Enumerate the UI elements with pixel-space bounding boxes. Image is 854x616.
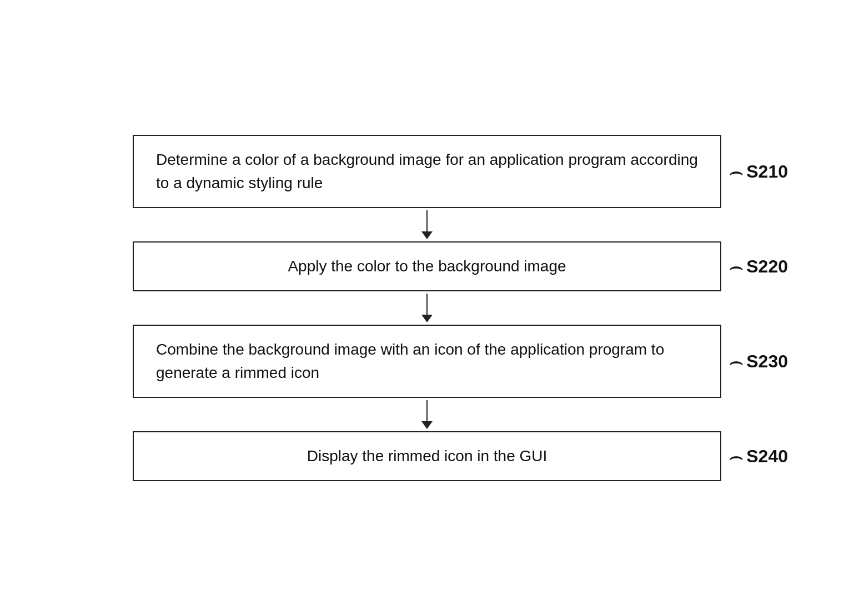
arrow-head-3 (421, 421, 433, 429)
step-label-text-s230: S230 (746, 351, 788, 372)
step-text-s230-line1: Combine the background image with an ico… (156, 338, 664, 361)
step-label-s220: ⌢ S220 (729, 255, 788, 278)
step-box-s230: Combine the background image with an ico… (133, 325, 721, 398)
arrow-2 (133, 291, 721, 325)
arrow-shape-2 (421, 294, 433, 322)
step-label-text-s210: S210 (746, 161, 788, 182)
step-box-s220: Apply the color to the background image (133, 241, 721, 291)
step-text-s240: Display the rimmed icon in the GUI (307, 445, 547, 468)
arrow-line-1 (426, 210, 428, 231)
arrow-1 (133, 208, 721, 241)
step-box-s210: Determine a color of a background image … (133, 135, 721, 208)
step-row-s240: Display the rimmed icon in the GUI ⌢ S24… (66, 431, 788, 481)
step-row-s220: Apply the color to the background image … (66, 241, 788, 291)
arrow-head-2 (421, 315, 433, 322)
arrow-shape-3 (421, 400, 433, 429)
step-label-bracket-s220: ⌢ (729, 255, 744, 278)
arrow-line-3 (426, 400, 428, 421)
step-label-s240: ⌢ S240 (729, 445, 788, 468)
arrow-3 (133, 398, 721, 431)
step-row-s210: Determine a color of a background image … (66, 135, 788, 208)
flowchart: Determine a color of a background image … (66, 102, 788, 514)
step-label-s230: ⌢ S230 (729, 350, 788, 373)
step-label-bracket-s210: ⌢ (729, 160, 744, 183)
step-label-s210: ⌢ S210 (729, 160, 788, 183)
step-label-text-s240: S240 (746, 446, 788, 467)
arrow-line-2 (426, 294, 428, 315)
step-label-bracket-s240: ⌢ (729, 445, 744, 468)
arrow-head-1 (421, 231, 433, 239)
step-label-bracket-s230: ⌢ (729, 350, 744, 373)
step-label-text-s220: S220 (746, 256, 788, 277)
arrow-shape-1 (421, 210, 433, 239)
step-text-s220: Apply the color to the background image (288, 255, 566, 278)
step-row-s230: Combine the background image with an ico… (66, 325, 788, 398)
step-text-s210-line2: to a dynamic styling rule (156, 171, 323, 195)
step-box-s240: Display the rimmed icon in the GUI (133, 431, 721, 481)
step-text-s210-line1: Determine a color of a background image … (156, 148, 698, 171)
step-text-s230-line2: generate a rimmed icon (156, 361, 319, 385)
